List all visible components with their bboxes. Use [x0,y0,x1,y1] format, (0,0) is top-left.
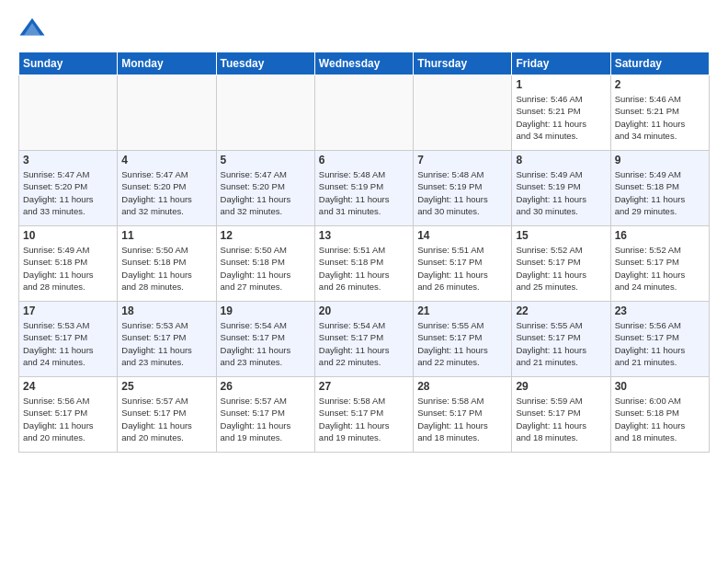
weekday-friday: Friday [512,52,610,75]
calendar-cell: 20Sunrise: 5:54 AMSunset: 5:17 PMDayligh… [314,302,413,377]
week-row-5: 24Sunrise: 5:56 AMSunset: 5:17 PMDayligh… [19,377,710,453]
calendar-cell: 27Sunrise: 5:58 AMSunset: 5:17 PMDayligh… [314,377,413,453]
week-row-3: 10Sunrise: 5:49 AMSunset: 5:18 PMDayligh… [19,226,710,302]
calendar-cell: 24Sunrise: 5:56 AMSunset: 5:17 PMDayligh… [19,377,118,453]
day-number: 17 [23,304,113,317]
calendar-cell: 17Sunrise: 5:53 AMSunset: 5:17 PMDayligh… [19,302,118,377]
day-info: Sunrise: 5:58 AMSunset: 5:17 PMDaylight:… [417,395,507,443]
day-number: 8 [516,154,606,167]
day-info: Sunrise: 6:00 AMSunset: 5:18 PMDaylight:… [615,395,705,443]
day-info: Sunrise: 5:50 AMSunset: 5:18 PMDaylight:… [121,244,211,293]
calendar-cell: 23Sunrise: 5:56 AMSunset: 5:17 PMDayligh… [610,302,709,377]
day-info: Sunrise: 5:56 AMSunset: 5:17 PMDaylight:… [615,319,705,368]
day-number: 15 [516,229,606,242]
header [18,15,710,42]
day-info: Sunrise: 5:57 AMSunset: 5:17 PMDaylight:… [221,395,311,443]
week-row-1: 1Sunrise: 5:46 AMSunset: 5:21 PMDaylight… [19,75,710,151]
day-number: 12 [221,229,311,242]
calendar-cell: 13Sunrise: 5:51 AMSunset: 5:18 PMDayligh… [314,226,413,302]
day-number: 27 [319,380,409,393]
calendar-cell: 18Sunrise: 5:53 AMSunset: 5:17 PMDayligh… [118,302,216,377]
weekday-tuesday: Tuesday [216,52,314,75]
calendar: SundayMondayTuesdayWednesdayThursdayFrid… [18,52,710,453]
calendar-cell: 12Sunrise: 5:50 AMSunset: 5:18 PMDayligh… [216,226,314,302]
day-number: 10 [23,229,113,242]
day-info: Sunrise: 5:58 AMSunset: 5:17 PMDaylight:… [319,395,409,443]
calendar-cell [19,75,118,151]
logo-icon [18,15,46,42]
day-info: Sunrise: 5:46 AMSunset: 5:21 PMDaylight:… [615,93,705,142]
day-info: Sunrise: 5:49 AMSunset: 5:18 PMDaylight:… [615,168,705,217]
day-info: Sunrise: 5:50 AMSunset: 5:18 PMDaylight:… [221,244,311,293]
calendar-cell: 14Sunrise: 5:51 AMSunset: 5:17 PMDayligh… [414,226,512,302]
page: SundayMondayTuesdayWednesdayThursdayFrid… [0,0,728,462]
calendar-cell: 22Sunrise: 5:55 AMSunset: 5:17 PMDayligh… [512,302,610,377]
calendar-cell: 7Sunrise: 5:48 AMSunset: 5:19 PMDaylight… [414,151,512,226]
day-number: 23 [615,304,705,317]
weekday-wednesday: Wednesday [314,52,413,75]
day-number: 1 [516,78,606,91]
day-info: Sunrise: 5:47 AMSunset: 5:20 PMDaylight:… [23,168,113,217]
weekday-header: SundayMondayTuesdayWednesdayThursdayFrid… [19,52,710,75]
calendar-cell: 21Sunrise: 5:55 AMSunset: 5:17 PMDayligh… [414,302,512,377]
weekday-monday: Monday [118,52,216,75]
day-number: 5 [221,154,311,167]
calendar-cell: 19Sunrise: 5:54 AMSunset: 5:17 PMDayligh… [216,302,314,377]
day-number: 6 [319,154,409,167]
day-number: 16 [615,229,705,242]
day-info: Sunrise: 5:54 AMSunset: 5:17 PMDaylight:… [221,319,311,368]
day-info: Sunrise: 5:52 AMSunset: 5:17 PMDaylight:… [516,244,606,293]
day-info: Sunrise: 5:52 AMSunset: 5:17 PMDaylight:… [615,244,705,293]
day-number: 18 [121,304,211,317]
calendar-cell [216,75,314,151]
day-info: Sunrise: 5:59 AMSunset: 5:17 PMDaylight:… [516,395,606,443]
calendar-body: 1Sunrise: 5:46 AMSunset: 5:21 PMDaylight… [19,75,710,453]
day-info: Sunrise: 5:48 AMSunset: 5:19 PMDaylight:… [417,168,507,217]
day-number: 9 [615,154,705,167]
day-number: 22 [516,304,606,317]
calendar-cell: 29Sunrise: 5:59 AMSunset: 5:17 PMDayligh… [512,377,610,453]
day-number: 4 [121,154,211,167]
day-info: Sunrise: 5:53 AMSunset: 5:17 PMDaylight:… [121,319,211,368]
day-number: 20 [319,304,409,317]
day-number: 14 [417,229,507,242]
day-number: 28 [417,380,507,393]
day-info: Sunrise: 5:55 AMSunset: 5:17 PMDaylight:… [417,319,507,368]
day-number: 3 [23,154,113,167]
logo [18,15,50,42]
day-info: Sunrise: 5:47 AMSunset: 5:20 PMDaylight:… [221,168,311,217]
calendar-cell: 5Sunrise: 5:47 AMSunset: 5:20 PMDaylight… [216,151,314,226]
day-number: 25 [121,380,211,393]
calendar-cell: 6Sunrise: 5:48 AMSunset: 5:19 PMDaylight… [314,151,413,226]
calendar-cell: 3Sunrise: 5:47 AMSunset: 5:20 PMDaylight… [19,151,118,226]
day-number: 2 [615,78,705,91]
day-number: 30 [615,380,705,393]
calendar-cell: 8Sunrise: 5:49 AMSunset: 5:19 PMDaylight… [512,151,610,226]
day-info: Sunrise: 5:49 AMSunset: 5:19 PMDaylight:… [516,168,606,217]
day-info: Sunrise: 5:48 AMSunset: 5:19 PMDaylight:… [319,168,409,217]
day-info: Sunrise: 5:55 AMSunset: 5:17 PMDaylight:… [516,319,606,368]
day-number: 29 [516,380,606,393]
day-info: Sunrise: 5:54 AMSunset: 5:17 PMDaylight:… [319,319,409,368]
calendar-cell: 1Sunrise: 5:46 AMSunset: 5:21 PMDaylight… [512,75,610,151]
day-info: Sunrise: 5:53 AMSunset: 5:17 PMDaylight:… [23,319,113,368]
day-info: Sunrise: 5:51 AMSunset: 5:18 PMDaylight:… [319,244,409,293]
calendar-cell: 10Sunrise: 5:49 AMSunset: 5:18 PMDayligh… [19,226,118,302]
calendar-cell [314,75,413,151]
calendar-cell: 26Sunrise: 5:57 AMSunset: 5:17 PMDayligh… [216,377,314,453]
day-number: 26 [221,380,311,393]
calendar-cell [414,75,512,151]
day-number: 11 [121,229,211,242]
day-info: Sunrise: 5:49 AMSunset: 5:18 PMDaylight:… [23,244,113,293]
calendar-cell: 28Sunrise: 5:58 AMSunset: 5:17 PMDayligh… [414,377,512,453]
weekday-saturday: Saturday [610,52,709,75]
calendar-cell: 2Sunrise: 5:46 AMSunset: 5:21 PMDaylight… [610,75,709,151]
day-info: Sunrise: 5:57 AMSunset: 5:17 PMDaylight:… [121,395,211,443]
calendar-cell: 9Sunrise: 5:49 AMSunset: 5:18 PMDaylight… [610,151,709,226]
calendar-cell: 25Sunrise: 5:57 AMSunset: 5:17 PMDayligh… [118,377,216,453]
weekday-sunday: Sunday [19,52,118,75]
day-info: Sunrise: 5:56 AMSunset: 5:17 PMDaylight:… [23,395,113,443]
day-number: 21 [417,304,507,317]
day-info: Sunrise: 5:46 AMSunset: 5:21 PMDaylight:… [516,93,606,142]
day-number: 24 [23,380,113,393]
